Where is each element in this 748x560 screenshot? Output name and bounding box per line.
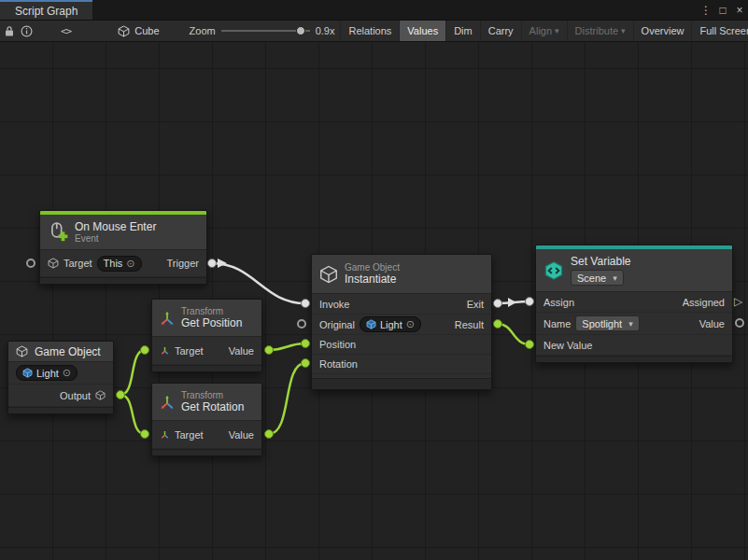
port-assigned-output[interactable]: ▷ (734, 297, 745, 306)
node-title: Game Object (35, 345, 101, 358)
node-set-variable[interactable]: Set Variable Scene ▾ Assign Assigned Nam… (535, 245, 733, 363)
zoom-slider-handle[interactable] (296, 26, 305, 35)
port-position-input[interactable] (301, 339, 310, 348)
node-title: Instantiate (345, 273, 400, 286)
node-title: On Mouse Enter (75, 220, 156, 233)
transform-icon (160, 429, 170, 440)
code-glyph: <> (61, 25, 71, 37)
node-header[interactable]: Transform Get Rotation (152, 384, 261, 421)
port-rotation-input[interactable] (301, 358, 310, 368)
target-port-label: Target (175, 429, 204, 441)
port-row-output: Output (8, 385, 113, 407)
node-header[interactable]: Game Object Instantiate (312, 255, 491, 294)
node-category: Game Object (345, 262, 400, 273)
lock-icon[interactable] (4, 22, 15, 39)
trigger-port-label: Trigger (167, 258, 199, 269)
node-title: Set Variable (571, 255, 630, 268)
port-row-assign-assigned: Assign Assigned (536, 292, 732, 313)
game-object-icon (48, 258, 59, 269)
window-menu-icon[interactable]: ⋮ (698, 0, 714, 20)
graph-toolbar: <> Cube Zoom 0.9x Relations Values Dim C… (0, 21, 748, 42)
port-value-output[interactable] (735, 318, 744, 328)
node-footer (152, 365, 261, 371)
object-field-value: Light (380, 319, 402, 330)
port-gameobject-output[interactable] (116, 390, 125, 399)
port-original-input[interactable] (297, 319, 306, 329)
node-footer (8, 407, 113, 413)
node-header[interactable]: Set Variable Scene ▾ (536, 249, 732, 292)
port-newvalue-input[interactable] (525, 340, 534, 349)
window-tab-bar: Script Graph ⋮ □ × (0, 0, 748, 21)
node-game-object-literal[interactable]: Game Object Light ⊙ Output (7, 341, 114, 414)
graph-reference[interactable]: Cube (118, 25, 159, 37)
node-header[interactable]: On Mouse Enter Event (40, 215, 206, 250)
cube-icon (118, 25, 130, 37)
chevron-down-icon: ▾ (613, 273, 617, 283)
distribute-dropdown-button[interactable]: Distribute▾ (567, 21, 633, 41)
value-port-label: Value (229, 345, 254, 357)
port-getposition-target-input[interactable] (140, 345, 149, 355)
port-invoke-input[interactable] (301, 299, 310, 308)
wire-value-light-to-getrotation-target[interactable] (120, 395, 145, 434)
tab-script-graph[interactable]: Script Graph (0, 0, 92, 20)
object-picker-icon[interactable]: ⊙ (126, 258, 134, 270)
port-row-name-value: Name Spotlight ▾ Value (536, 313, 732, 335)
carry-button[interactable]: Carry (480, 21, 521, 41)
object-picker-icon[interactable]: ⊙ (63, 367, 71, 379)
variable-name-dropdown[interactable]: Spotlight ▾ (575, 315, 639, 331)
port-row-new-value: New Value (536, 335, 732, 356)
node-get-rotation[interactable]: Transform Get Rotation Target Value (151, 383, 262, 456)
dim-button[interactable]: Dim (445, 21, 480, 41)
align-dropdown-button[interactable]: Align▾ (521, 21, 567, 41)
transform-icon (160, 345, 170, 356)
values-button[interactable]: Values (399, 21, 445, 41)
object-field-row: Light ⊙ (8, 362, 113, 385)
node-category: Transform (181, 390, 244, 400)
assign-port-label: Assign (543, 297, 574, 308)
port-exit-output[interactable] (493, 299, 502, 308)
graph-canvas[interactable]: On Mouse Enter Event Target This ⊙ Trigg… (0, 42, 748, 560)
info-icon[interactable] (21, 22, 33, 39)
port-getrotation-value-output[interactable] (264, 429, 274, 439)
node-on-mouse-enter[interactable]: On Mouse Enter Event Target This ⊙ Trigg… (39, 210, 207, 285)
window-maximize-icon[interactable]: □ (714, 0, 731, 20)
original-port-label: Original (319, 319, 355, 330)
object-field-light[interactable]: Light ⊙ (360, 316, 421, 332)
edit-source-icon[interactable]: <> (61, 22, 71, 39)
node-header[interactable]: Game Object (8, 342, 113, 362)
port-row-target-value: Target Value (152, 337, 261, 365)
port-result-output[interactable] (493, 319, 502, 329)
target-port-label: Target (64, 258, 92, 269)
transform-icon (160, 395, 175, 410)
port-trigger-output[interactable] (207, 259, 217, 268)
assigned-port-label: Assigned (683, 297, 725, 308)
object-field-value: Light (36, 368, 59, 379)
object-field-this[interactable]: This ⊙ (97, 256, 142, 272)
node-instantiate[interactable]: Game Object Instantiate Invoke Exit Orig… (311, 254, 492, 390)
object-picker-icon[interactable]: ⊙ (406, 318, 415, 330)
wire-value-rotation-to-instantiate[interactable] (269, 363, 305, 434)
overview-button[interactable]: Overview (633, 21, 692, 41)
full-screen-button[interactable]: Full Screen (691, 21, 748, 41)
mouse-enter-event-icon (48, 222, 68, 243)
object-field-light[interactable]: Light ⊙ (16, 365, 78, 381)
window-close-icon[interactable]: × (731, 0, 748, 20)
node-title: Get Position (181, 316, 242, 329)
port-getposition-value-output[interactable] (264, 345, 274, 355)
node-subtitle: Event (75, 233, 156, 244)
port-assign-input[interactable] (525, 297, 534, 306)
node-footer (536, 356, 732, 362)
zoom-slider[interactable] (221, 24, 310, 37)
exit-port-label: Exit (467, 299, 484, 310)
wire-flow-trigger-to-invoke[interactable] (212, 263, 305, 303)
position-port-label: Position (319, 339, 356, 350)
variable-scope-dropdown[interactable]: Scene ▾ (571, 270, 624, 286)
value-port-label: Value (229, 429, 254, 441)
node-get-position[interactable]: Transform Get Position Target Value (151, 299, 262, 372)
node-header[interactable]: Transform Get Position (152, 300, 261, 337)
wire-value-light-to-getposition-target[interactable] (120, 350, 145, 395)
unity-object-icon (366, 319, 376, 329)
relations-button[interactable]: Relations (340, 21, 399, 41)
port-target-input[interactable] (26, 259, 35, 268)
port-getrotation-target-input[interactable] (140, 429, 149, 439)
